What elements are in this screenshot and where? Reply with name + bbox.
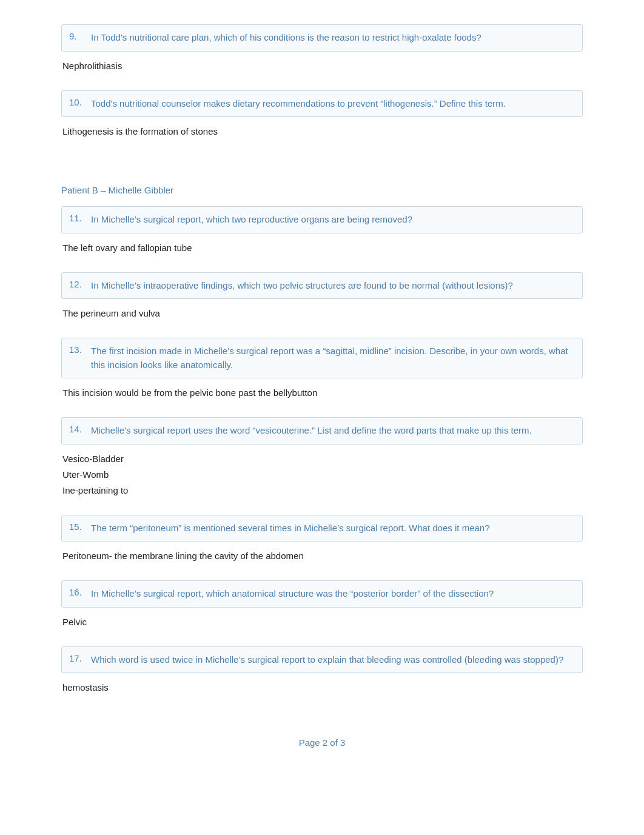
- question-row-16: 16. In Michelle’s surgical report, which…: [61, 580, 583, 608]
- question-number-13: 13.: [69, 344, 91, 355]
- question-text-16: In Michelle’s surgical report, which ana…: [91, 587, 494, 601]
- answer-text-10: Lithogenesis is the formation of stones: [62, 122, 583, 143]
- answer-text-9: Nephrolithiasis: [62, 56, 583, 77]
- question-text-13: The first incision made in Michelle’s su…: [91, 344, 575, 372]
- page-label: Page 2 of 3: [299, 737, 346, 748]
- question-block-16: 16. In Michelle’s surgical report, which…: [61, 580, 583, 635]
- question-text-17: Which word is used twice in Michelle’s s…: [91, 653, 563, 667]
- spacer-1: [61, 156, 583, 168]
- question-row-12: 12. In Michelle’s intraoperative finding…: [61, 272, 583, 300]
- answer-line-12-0: The perineum and vulva: [62, 306, 583, 321]
- question-text-11: In Michelle’s surgical report, which two…: [91, 213, 412, 227]
- question-number-11: 11.: [69, 213, 91, 223]
- question-text-12: In Michelle’s intraoperative findings, w…: [91, 279, 513, 293]
- question-block-10: 10. Todd's nutritional counselor makes d…: [61, 90, 583, 146]
- question-number-10: 10.: [69, 97, 91, 107]
- answer-text-12: The perineum and vulva: [62, 304, 583, 324]
- answer-line-11-0: The left ovary and fallopian tube: [62, 241, 583, 255]
- answer-text-16: Pelvic: [62, 612, 583, 633]
- question-row-9: 9. In Todd's nutritional care plan, whic…: [61, 24, 583, 52]
- answer-line-16-0: Pelvic: [62, 615, 583, 629]
- question-block-12: 12. In Michelle’s intraoperative finding…: [61, 272, 583, 327]
- answer-line-14-2: Ine-pertaining to: [62, 483, 583, 498]
- question-number-17: 17.: [69, 653, 91, 663]
- section-header-patient-b: Patient B – Michelle Gibbler: [61, 185, 583, 195]
- page-footer: Page 2 of 3: [61, 731, 583, 748]
- answer-line-14-1: Uter-Womb: [62, 468, 583, 482]
- question-block-11: 11. In Michelle’s surgical report, which…: [61, 206, 583, 261]
- question-number-14: 14.: [69, 424, 91, 434]
- answer-line-15-0: Peritoneum- the membrane lining the cavi…: [62, 549, 583, 563]
- question-block-15: 15. The term “peritoneum” is mentioned s…: [61, 515, 583, 570]
- question-block-13: 13. The first incision made in Michelle’…: [61, 338, 583, 406]
- question-row-14: 14. Michelle’s surgical report uses the …: [61, 417, 583, 444]
- question-block-17: 17. Which word is used twice in Michelle…: [61, 646, 583, 702]
- question-number-12: 12.: [69, 279, 91, 289]
- question-block-14: 14. Michelle’s surgical report uses the …: [61, 417, 583, 504]
- answer-text-11: The left ovary and fallopian tube: [62, 238, 583, 259]
- question-row-13: 13. The first incision made in Michelle’…: [61, 338, 583, 378]
- answer-line-14-0: Vesico-Bladder: [62, 452, 583, 466]
- page-container: 9. In Todd's nutritional care plan, whic…: [61, 24, 583, 748]
- answer-line-13-0: This incision would be from the pelvic b…: [62, 386, 583, 400]
- question-number-9: 9.: [69, 31, 91, 41]
- answer-line-10-0: Lithogenesis is the formation of stones: [62, 124, 583, 139]
- question-text-10: Todd's nutritional counselor makes dieta…: [91, 97, 506, 111]
- question-text-9: In Todd's nutritional care plan, which o…: [91, 31, 481, 45]
- answer-text-17: hemostasis: [62, 678, 583, 699]
- answer-text-14: Vesico-Bladder Uter-Womb Ine-pertaining …: [62, 449, 583, 501]
- question-row-11: 11. In Michelle’s surgical report, which…: [61, 206, 583, 233]
- question-row-15: 15. The term “peritoneum” is mentioned s…: [61, 515, 583, 542]
- answer-text-15: Peritoneum- the membrane lining the cavi…: [62, 546, 583, 567]
- answer-text-13: This incision would be from the pelvic b…: [62, 383, 583, 404]
- answer-line-17-0: hemostasis: [62, 680, 583, 695]
- question-row-17: 17. Which word is used twice in Michelle…: [61, 646, 583, 674]
- question-text-14: Michelle’s surgical report uses the word…: [91, 424, 532, 438]
- question-row-10: 10. Todd's nutritional counselor makes d…: [61, 90, 583, 118]
- question-text-15: The term “peritoneum” is mentioned sever…: [91, 521, 490, 535]
- question-block-9: 9. In Todd's nutritional care plan, whic…: [61, 24, 583, 79]
- question-number-16: 16.: [69, 587, 91, 597]
- question-number-15: 15.: [69, 521, 91, 532]
- answer-line-9-0: Nephrolithiasis: [62, 59, 583, 73]
